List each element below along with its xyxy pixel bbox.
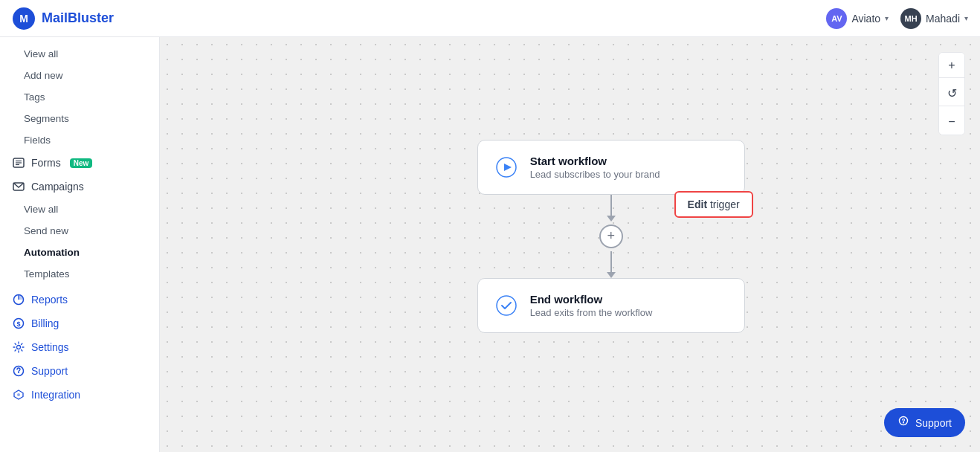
arrow-connector-2 bbox=[607, 251, 616, 278]
sidebar-item-fields[interactable]: Fields bbox=[0, 129, 159, 151]
zoom-reset-button[interactable]: ↺ bbox=[939, 81, 964, 106]
zoom-in-button[interactable]: + bbox=[939, 53, 964, 78]
billing-label: Billing bbox=[31, 317, 59, 329]
workflow-container: Start workflow Lead subscribes to your b… bbox=[477, 140, 745, 333]
header-user-area: AV Aviato ▾ MH Mahadi ▾ bbox=[826, 8, 968, 29]
workflow-canvas: Start workflow Lead subscribes to your b… bbox=[160, 37, 980, 452]
logo-area: M MailBluster bbox=[12, 7, 114, 30]
automation-label: Automation bbox=[24, 247, 80, 258]
send-new-label: Send new bbox=[24, 225, 68, 236]
start-node-content: Start workflow Lead subscribes to your b… bbox=[530, 155, 660, 180]
reports-label: Reports bbox=[31, 294, 68, 306]
sidebar-item-send-new[interactable]: Send new bbox=[0, 220, 159, 242]
main-layout: View all Add new Tags Segments Fields bbox=[0, 37, 980, 452]
campaigns-label: Campaigns bbox=[31, 181, 84, 193]
sidebar-item-billing[interactable]: $ Billing bbox=[0, 311, 159, 335]
zoom-controls: + ↺ − bbox=[938, 52, 965, 135]
sidebar-item-view-all-contacts[interactable]: View all bbox=[0, 43, 159, 65]
add-new-label: Add new bbox=[24, 70, 63, 81]
mahadi-avatar: MH bbox=[900, 8, 921, 29]
svg-point-18 bbox=[497, 296, 516, 315]
sidebar-item-segments[interactable]: Segments bbox=[0, 108, 159, 129]
billing-icon: $ bbox=[12, 317, 25, 330]
chart-icon bbox=[12, 293, 25, 306]
aviato-name: Aviato bbox=[851, 13, 880, 25]
forms-new-badge: New bbox=[70, 158, 93, 168]
support-chat-icon bbox=[897, 416, 909, 430]
svg-marker-17 bbox=[504, 164, 512, 171]
sidebar-item-add-new[interactable]: Add new bbox=[0, 65, 159, 86]
support-chat-label: Support bbox=[915, 417, 952, 429]
sidebar: View all Add new Tags Segments Fields bbox=[0, 37, 160, 452]
sidebar-item-support[interactable]: Support bbox=[0, 359, 159, 383]
edit-trigger-edit-text: Edit bbox=[688, 198, 707, 210]
sidebar-item-reports[interactable]: Reports bbox=[0, 288, 159, 311]
sidebar-item-campaigns[interactable]: Campaigns bbox=[0, 175, 159, 198]
sidebar-item-automation[interactable]: Automation bbox=[0, 242, 159, 263]
fields-label: Fields bbox=[24, 135, 51, 146]
forms-label: Forms bbox=[31, 157, 61, 169]
forms-icon bbox=[12, 156, 25, 170]
start-workflow-node[interactable]: Start workflow Lead subscribes to your b… bbox=[477, 140, 745, 195]
play-icon bbox=[493, 154, 520, 181]
aviato-chevron-icon: ▾ bbox=[885, 14, 889, 22]
campaigns-icon bbox=[12, 180, 25, 193]
view-all-contacts-label: View all bbox=[24, 48, 58, 59]
sidebar-item-campaigns-view-all[interactable]: View all bbox=[0, 198, 159, 220]
mahadi-name: Mahadi bbox=[926, 13, 960, 25]
end-workflow-node[interactable]: End workflow Lead exits from the workflo… bbox=[477, 278, 745, 333]
support-sidebar-label: Support bbox=[31, 365, 68, 377]
sidebar-item-tags[interactable]: Tags bbox=[0, 86, 159, 108]
edit-trigger-trigger-text: trigger bbox=[710, 198, 740, 210]
tags-label: Tags bbox=[24, 91, 45, 103]
start-node-subtitle: Lead subscribes to your brand bbox=[530, 169, 660, 180]
settings-icon bbox=[12, 340, 25, 354]
integration-icon bbox=[12, 388, 25, 401]
aviato-user-menu[interactable]: AV Aviato ▾ bbox=[826, 8, 889, 29]
aviato-avatar: AV bbox=[826, 8, 847, 29]
check-icon bbox=[493, 292, 520, 319]
sidebar-item-integration[interactable]: Integration bbox=[0, 383, 159, 407]
integration-label: Integration bbox=[31, 389, 80, 401]
sidebar-item-forms[interactable]: Forms New bbox=[0, 151, 159, 175]
add-step-button[interactable]: + bbox=[599, 225, 623, 248]
svg-point-11 bbox=[17, 346, 21, 349]
logo-text: MailBluster bbox=[42, 10, 114, 26]
start-node-title: Start workflow bbox=[530, 155, 660, 167]
sidebar-item-templates[interactable]: Templates bbox=[0, 263, 159, 285]
segments-label: Segments bbox=[24, 113, 69, 124]
svg-text:M: M bbox=[19, 13, 28, 25]
end-node-subtitle: Lead exits from the workflow bbox=[530, 307, 653, 318]
edit-trigger-popup[interactable]: Edit trigger bbox=[674, 191, 753, 218]
mahadi-chevron-icon: ▾ bbox=[964, 14, 968, 22]
mailbluster-logo-icon: M bbox=[12, 7, 36, 30]
end-node-content: End workflow Lead exits from the workflo… bbox=[530, 293, 653, 318]
svg-point-15 bbox=[17, 393, 20, 396]
arrow-connector-1 bbox=[607, 195, 616, 222]
end-node-title: End workflow bbox=[530, 293, 653, 306]
templates-label: Templates bbox=[24, 268, 70, 280]
mahadi-user-menu[interactable]: MH Mahadi ▾ bbox=[900, 8, 968, 29]
campaigns-view-all-label: View all bbox=[24, 204, 58, 215]
settings-label: Settings bbox=[31, 341, 69, 353]
sidebar-item-settings[interactable]: Settings bbox=[0, 335, 159, 359]
plus-icon: + bbox=[607, 228, 615, 244]
svg-text:$: $ bbox=[16, 320, 20, 328]
zoom-out-button[interactable]: − bbox=[939, 109, 964, 135]
support-icon bbox=[12, 364, 25, 378]
header: M MailBluster AV Aviato ▾ MH Mahadi ▾ bbox=[0, 0, 980, 37]
svg-point-20 bbox=[903, 422, 904, 424]
support-chat-button[interactable]: Support bbox=[884, 408, 965, 437]
